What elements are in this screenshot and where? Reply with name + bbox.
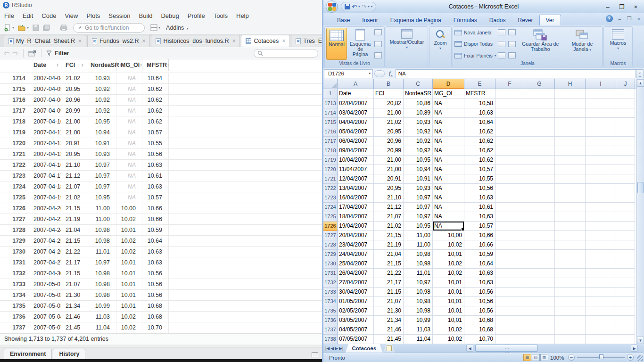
- cell-I1719[interactable]: [586, 156, 616, 165]
- cell-F1734[interactable]: [495, 297, 524, 306]
- cell-C1735[interactable]: 10,98: [404, 306, 433, 316]
- cell-A1726[interactable]: 19/04/2007: [338, 222, 374, 231]
- cell-F1721[interactable]: [495, 174, 524, 184]
- scroll-down-icon[interactable]: ▼: [637, 337, 644, 344]
- cell-E1725[interactable]: 10,63: [464, 212, 495, 222]
- cell-G1714[interactable]: [524, 108, 555, 118]
- cell-H1731[interactable]: [555, 269, 586, 278]
- cell-D1717[interactable]: NA: [433, 137, 464, 146]
- goto-file-input[interactable]: Go to file/function: [73, 23, 145, 33]
- cell-J1721[interactable]: [616, 174, 635, 184]
- row-header-1738[interactable]: 1738: [323, 335, 338, 344]
- sheet-tab-cotacoes[interactable]: Cotacoes: [345, 344, 383, 353]
- cell-F1725[interactable]: [495, 212, 524, 222]
- cell-J1729[interactable]: [616, 250, 635, 259]
- cell-J1724[interactable]: [616, 203, 635, 212]
- cell-B1[interactable]: FCI: [374, 89, 404, 99]
- row-header-1719[interactable]: 1719: [323, 156, 338, 165]
- ribbon-tab-base[interactable]: Base: [331, 15, 356, 25]
- row-header-1713[interactable]: 1713: [323, 99, 338, 108]
- cell-E1734[interactable]: 10,56: [464, 297, 495, 306]
- cell-F1735[interactable]: [495, 306, 524, 316]
- cell-C1727[interactable]: 11,00: [404, 231, 433, 240]
- column-header-G[interactable]: G: [524, 79, 555, 89]
- row-header-1728[interactable]: 1728: [323, 240, 338, 250]
- back-arrow-icon[interactable]: ⇦: [4, 49, 10, 57]
- cell-B1713[interactable]: 20,82: [374, 99, 404, 108]
- cell-G1733[interactable]: [524, 288, 555, 297]
- cell-C1716[interactable]: 10,92: [404, 127, 433, 137]
- cell-A1729[interactable]: 24/04/2007: [338, 250, 374, 259]
- cell-E1714[interactable]: 10,63: [464, 108, 495, 118]
- cell-H1736[interactable]: [555, 316, 586, 325]
- cell-C1732[interactable]: 10,97: [404, 278, 433, 288]
- cell-G1735[interactable]: [524, 306, 555, 316]
- menu-help[interactable]: Help: [232, 10, 253, 21]
- cell-I1735[interactable]: [586, 306, 616, 316]
- cell-A1715[interactable]: 04/04/2007: [338, 118, 374, 127]
- cell-C1722[interactable]: 10,93: [404, 184, 433, 193]
- ribbon-tab-dados[interactable]: Dados: [483, 15, 512, 25]
- cell-D1727[interactable]: 10,00: [433, 231, 464, 240]
- cell-C1734[interactable]: 10,98: [404, 297, 433, 306]
- cell-H1720[interactable]: [555, 165, 586, 174]
- cell-I1730[interactable]: [586, 259, 616, 269]
- pane-restore-icon[interactable]: [312, 352, 318, 357]
- cell-D1720[interactable]: NA: [433, 165, 464, 174]
- cell-A1734[interactable]: 01/05/2007: [338, 297, 374, 306]
- page-break-preview-icon[interactable]: [374, 29, 382, 35]
- cell-G1736[interactable]: [524, 316, 555, 325]
- row-header-1716[interactable]: 1716: [323, 127, 338, 137]
- cell-D1725[interactable]: NA: [433, 212, 464, 222]
- cell-E1736[interactable]: 10,68: [464, 316, 495, 325]
- cell-C1725[interactable]: 10,97: [404, 212, 433, 222]
- cell-F1733[interactable]: [495, 288, 524, 297]
- column-header-Date[interactable]: Date▲▼: [29, 59, 61, 71]
- close-icon[interactable]: ×: [282, 38, 285, 44]
- cell-C1726[interactable]: 10,95: [404, 222, 433, 231]
- menu-file[interactable]: File: [0, 10, 18, 21]
- cell-B1722[interactable]: 20,95: [374, 184, 404, 193]
- cell-F1717[interactable]: [495, 137, 524, 146]
- cell-D1738[interactable]: 10,02: [433, 335, 464, 344]
- cell-J1718[interactable]: [616, 146, 635, 156]
- last-sheet-button[interactable]: ▶|: [339, 346, 343, 351]
- new-window-button[interactable]: Nova Janela: [454, 28, 496, 36]
- cell-C1730[interactable]: 10,98: [404, 259, 433, 269]
- cell-H1723[interactable]: [555, 193, 586, 203]
- select-all-corner[interactable]: [323, 79, 338, 89]
- cell-B1732[interactable]: 21,17: [374, 278, 404, 288]
- cell-E1735[interactable]: 10,56: [464, 306, 495, 316]
- cell-H1719[interactable]: [555, 156, 586, 165]
- cell-H1[interactable]: [555, 89, 586, 99]
- cell-E1717[interactable]: 10,62: [464, 137, 495, 146]
- cell-J1738[interactable]: [616, 335, 635, 344]
- cell-B1731[interactable]: 21,22: [374, 269, 404, 278]
- scroll-up-icon[interactable]: ▲: [637, 79, 644, 87]
- editor-tab-fundos_ws2-r[interactable]: RFundos_ws2.R×: [87, 35, 150, 47]
- row-header-1721[interactable]: 1721: [323, 174, 338, 184]
- editor-tab-historicos_dos_fundos-r[interactable]: RHistoricos_dos_fundos.R×: [151, 35, 240, 47]
- cell-A1713[interactable]: 02/04/2007: [338, 99, 374, 108]
- cell-J1[interactable]: [616, 89, 635, 99]
- cell-A1719[interactable]: 10/04/2007: [338, 156, 374, 165]
- sort-arrows-icon[interactable]: ▲▼: [167, 63, 170, 67]
- ribbon-tab-f-rmulas[interactable]: Fórmulas: [447, 15, 483, 25]
- row-header-1732[interactable]: 1732: [323, 278, 338, 288]
- cell-E1722[interactable]: 10,56: [464, 184, 495, 193]
- cell-E1728[interactable]: 10,66: [464, 240, 495, 250]
- zoom-slider-thumb[interactable]: [599, 354, 603, 360]
- cell-I1737[interactable]: [586, 325, 616, 335]
- cell-E1724[interactable]: 10,61: [464, 203, 495, 212]
- cell-F1720[interactable]: [495, 165, 524, 174]
- cell-F1728[interactable]: [495, 240, 524, 250]
- cell-E1718[interactable]: 10,62: [464, 146, 495, 156]
- column-header-A[interactable]: A: [338, 79, 374, 89]
- zoom-out-icon[interactable]: −: [568, 354, 575, 361]
- cell-F1718[interactable]: [495, 146, 524, 156]
- menu-build[interactable]: Build: [135, 10, 157, 21]
- cell-J1719[interactable]: [616, 156, 635, 165]
- resize-grip[interactable]: [637, 355, 643, 361]
- cell-H1733[interactable]: [555, 288, 586, 297]
- cell-H1737[interactable]: [555, 325, 586, 335]
